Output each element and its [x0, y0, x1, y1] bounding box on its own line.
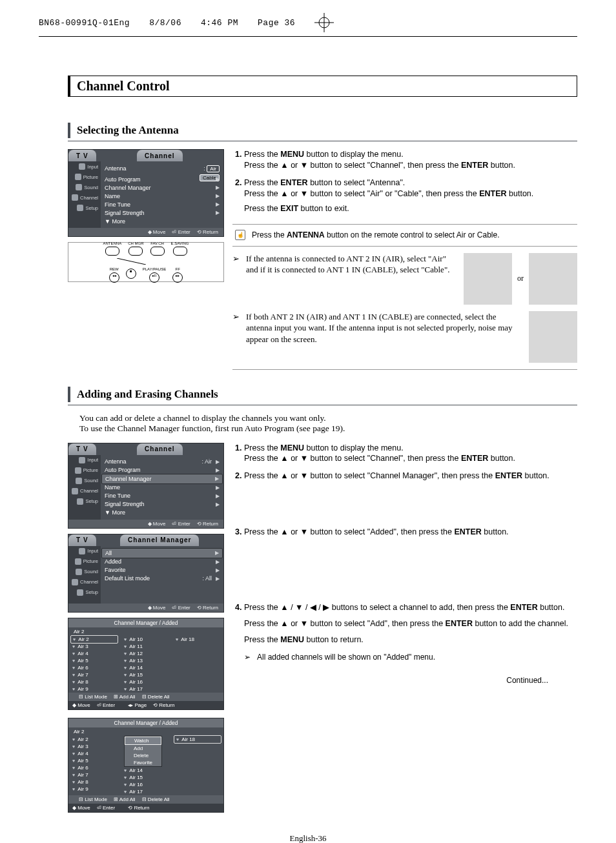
- print-slug: BN68-00991Q-01Eng 8/8/06 4:46 PM Page 36: [39, 13, 577, 32]
- channel-row: Air 14: [124, 664, 168, 671]
- channel-row: Air 5: [72, 757, 116, 764]
- osd-menu-chanmgr: T VChannel Manager Input Picture Sound C…: [68, 534, 224, 613]
- osd-side-picture: Picture: [68, 172, 101, 182]
- down-arrow-icon: [300, 161, 308, 170]
- up-arrow-icon: [280, 161, 288, 170]
- step-2-1: Press the MENU button to display the men…: [244, 443, 577, 465]
- channel-row: Air 10: [124, 636, 168, 643]
- section-intro: You can add or delete a channel to displ…: [68, 413, 577, 434]
- page-title: Channel Control: [68, 76, 577, 97]
- osd-popup-menu: WatchAddDeleteFavorite: [124, 736, 162, 767]
- channel-row: Air 3: [72, 743, 116, 750]
- remote-diagram: ANTENNA CH MGR FAV.CH E.SAVING REW◂◂ ■ P…: [68, 242, 224, 282]
- osd-side-setup: Setup: [68, 203, 101, 213]
- doc-time: 4:46 PM: [201, 18, 238, 28]
- tip-ant-single: If the antenna is connected to ANT 2 IN …: [232, 253, 577, 305]
- osd-tab-channel: Channel: [137, 150, 182, 161]
- channel-row: Air 5: [72, 657, 116, 664]
- channel-row: Air 4: [72, 650, 116, 657]
- section-title-antenna: Selecting the Antenna: [68, 123, 577, 138]
- pointer-icon: [232, 253, 240, 265]
- ant-diagram-3: [529, 311, 577, 363]
- osd-list: Antenna: Air Cable Auto Program▶ Channel…: [101, 161, 223, 228]
- osd-chlist-popup: Channel Manager / Added Air 2 Air 2Air 3…: [68, 718, 224, 813]
- channel-row: Air 8: [72, 678, 116, 686]
- crop-rule-top: [39, 36, 577, 37]
- section-rule: [68, 141, 577, 141]
- ant-diagram-1: [464, 253, 512, 305]
- pointer-icon: [232, 311, 240, 323]
- channel-row: Air 18: [176, 636, 220, 643]
- doc-code: BN68-00991Q-01Eng: [39, 18, 130, 28]
- osd-menu-channel-2: T VChannel Input Picture Sound Channel S…: [68, 443, 224, 529]
- step-2-3: Press the or button to select "Added", t…: [244, 527, 577, 538]
- channel-row: Air 17: [124, 686, 168, 693]
- step-2-2: Press the or button to select "Channel M…: [244, 471, 577, 482]
- channel-row: Air 7: [72, 671, 116, 678]
- channel-row: Air 7: [72, 771, 116, 778]
- osd-menu-channel: T V Channel Input Picture Sound Channel …: [68, 149, 224, 237]
- osd-sidebar: Input Picture Sound Channel Setup: [68, 161, 101, 228]
- channel-row: Air 9: [72, 686, 116, 693]
- channel-row: Air 18: [174, 735, 221, 744]
- doc-page: Page 36: [258, 18, 295, 28]
- channel-row: Air 8: [72, 778, 116, 786]
- channel-row: Air 15: [124, 671, 168, 678]
- channel-row: Air 6: [72, 764, 116, 771]
- channel-row: Air 11: [124, 643, 168, 650]
- registration-mark-top: [314, 13, 334, 32]
- osd-tab-tv: T V: [68, 150, 96, 161]
- osd-side-input: Input: [68, 161, 101, 172]
- osd-side-channel: Channel: [68, 192, 101, 203]
- step-2-4: Press the / / / buttons to select a chan…: [244, 602, 577, 662]
- remote-note: ☝ Press the ANTENNA button on the remote…: [232, 224, 577, 246]
- channel-row: Air 16: [124, 678, 168, 686]
- page-number: English-36: [39, 833, 577, 843]
- step-2: Press the ENTER button to select "Antenn…: [244, 178, 577, 214]
- channel-row: Air 2: [72, 736, 116, 743]
- channel-row: Air 4: [72, 750, 116, 757]
- channel-row: Air 12: [124, 650, 168, 657]
- channel-row: Air 9: [72, 786, 116, 793]
- doc-date: 8/8/06: [149, 18, 181, 28]
- section-title-addchan: Adding and Erasing Channels: [68, 387, 577, 402]
- remote-icon: ☝: [235, 230, 245, 240]
- osd-opt-air: Air: [207, 165, 220, 172]
- ant-diagram-2: [529, 253, 577, 305]
- continued-label: Continued...: [232, 675, 548, 686]
- channel-row: Air 3: [72, 643, 116, 650]
- section-rule-2: [68, 405, 577, 405]
- svg-line-6: [117, 258, 146, 265]
- channel-row: Air 13: [124, 657, 168, 664]
- step-1: Press the MENU button to display the men…: [244, 149, 577, 171]
- osd-chlist-added: Channel Manager / Added Air 2 Air 2Air 3…: [68, 618, 224, 710]
- channel-row: Air 6: [72, 664, 116, 671]
- tip-ant-both: If both ANT 2 IN (AIR) and ANT 1 IN (CAB…: [232, 311, 577, 363]
- osd-side-sound: Sound: [68, 182, 101, 192]
